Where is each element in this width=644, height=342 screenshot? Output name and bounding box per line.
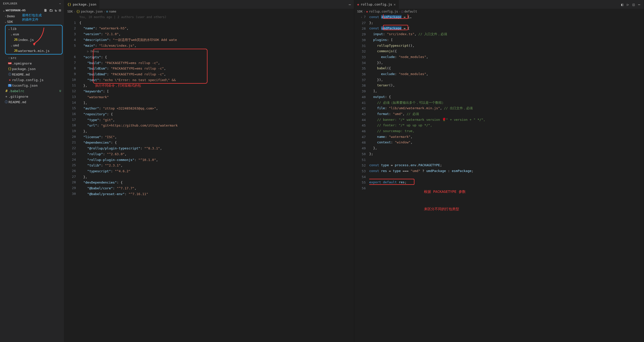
tree-file-tsconfig[interactable]: TStsconfig.json (0, 83, 64, 88)
tree-folder-lib[interactable]: ⌄lib (7, 26, 62, 31)
explorer-title: EXPLORER (3, 2, 17, 5)
tab-more-icon[interactable]: ⋯ (346, 3, 354, 7)
split-icon[interactable]: ◫ (632, 3, 634, 7)
workspace-header[interactable]: ⌄ WATERMARK-H5 🗎 🗀 ↻ ⊟ (0, 7, 64, 13)
tree-folder-umd[interactable]: ⌄umd (7, 42, 62, 48)
json-icon: {} (67, 3, 71, 6)
tabs-left: {} package.json ⋯ (64, 0, 354, 9)
editor-body-right[interactable]: › 72728293031323334353637383940414243444… (354, 14, 644, 342)
chevron-down-icon: ⌄ (3, 9, 5, 12)
tabs-right: ◆ rollup.config.js × ◧ ▷ ◫ ⋯ (354, 0, 644, 9)
new-folder-icon[interactable]: 🗀 (49, 8, 53, 12)
refresh-icon[interactable]: ↻ (55, 8, 57, 12)
compare-icon[interactable]: ◧ (621, 3, 623, 7)
annotation-red-bottom: 根据 PACKAGETYPE 参数 来区分不同的打包类型 (424, 178, 466, 223)
annotation-red-scripts-box (93, 49, 207, 84)
tree-file-packagejson[interactable]: {}package.json (0, 66, 64, 72)
tree-file-rollupconfig[interactable]: ◆rollup.config.js (0, 77, 64, 83)
annotation-red-export-box (369, 179, 414, 185)
workspace-name: WATERMARK-H5 (6, 9, 26, 12)
tree-file-babelrc[interactable]: B.babelrcU (0, 88, 64, 94)
collapse-icon[interactable]: ⊟ (59, 8, 61, 12)
more-icon[interactable]: ⋯ (59, 2, 61, 5)
editor-left: {} package.json ⋯ SDK› {}package.json› ⊞… (64, 0, 354, 342)
annotation-red-esm-box (383, 14, 408, 19)
close-icon[interactable]: × (394, 3, 396, 7)
tab-package-json[interactable]: {} package.json (64, 0, 100, 9)
tree-file-indexjs[interactable]: JSindex.js (7, 37, 62, 42)
editor-right: ◆ rollup.config.js × ◧ ▷ ◫ ⋯ SDK› ◆rollu… (354, 0, 644, 342)
explorer-sidebar: EXPLORER ⋯ ⌄ WATERMARK-H5 🗎 🗀 ↻ ⊟ 最终打包生成… (0, 0, 64, 342)
tab-more-icon[interactable]: ⋯ (638, 3, 640, 7)
tree-file-readme-sdk[interactable]: ⓘREADME.md (0, 72, 64, 77)
tree-file-npmignore[interactable]: npm.npmignore (0, 61, 64, 66)
editor-area: {} package.json ⋯ SDK› {}package.json› ⊞… (64, 0, 644, 342)
gutter-left: 12345 6789101112131415161718192021222324… (64, 14, 79, 342)
tree-file-readme-root[interactable]: ⓘREADME.md (0, 99, 64, 105)
breadcrumb-right[interactable]: SDK› ◆rollup.config.js› ⬚default (354, 9, 644, 14)
run-icon[interactable]: ▷ (627, 3, 629, 7)
tree-folder-src[interactable]: ›src (0, 55, 64, 61)
gutter-right: › 72728293031323334353637383940414243444… (354, 14, 369, 342)
rollup-icon: ◆ (357, 3, 359, 6)
tree-folder-esm[interactable]: ⌄esm (7, 31, 62, 37)
tree-folder-demo[interactable]: ›Demo (0, 13, 64, 19)
tab-rollup[interactable]: ◆ rollup.config.js × (354, 0, 399, 9)
new-file-icon[interactable]: 🗎 (44, 8, 47, 12)
annotation-red-umd-box (383, 25, 408, 30)
minimap-left[interactable] (339, 14, 354, 342)
code-left[interactable]: You, 10 months ago | 2 authors (user and… (79, 14, 339, 342)
annotation-blue-box: ⌄lib ⌄esm JSindex.js ⌄umd JSwatermark.mi… (5, 25, 63, 54)
editor-body-left[interactable]: 12345 6789101112131415161718192021222324… (64, 14, 354, 342)
tree-file-gitignore[interactable]: ◈.gitignore (0, 94, 64, 99)
tree-folder-sdk[interactable]: ⌄SDK (0, 19, 64, 24)
tree-file-watermarkmin[interactable]: JSwatermark.min.js (7, 48, 62, 53)
code-right[interactable]: const esmPackage = {…};const umdPackage … (369, 14, 644, 342)
breadcrumb-left[interactable]: SDK› {}package.json› ⊞name (64, 9, 354, 14)
explorer-header: EXPLORER ⋯ (0, 0, 64, 7)
